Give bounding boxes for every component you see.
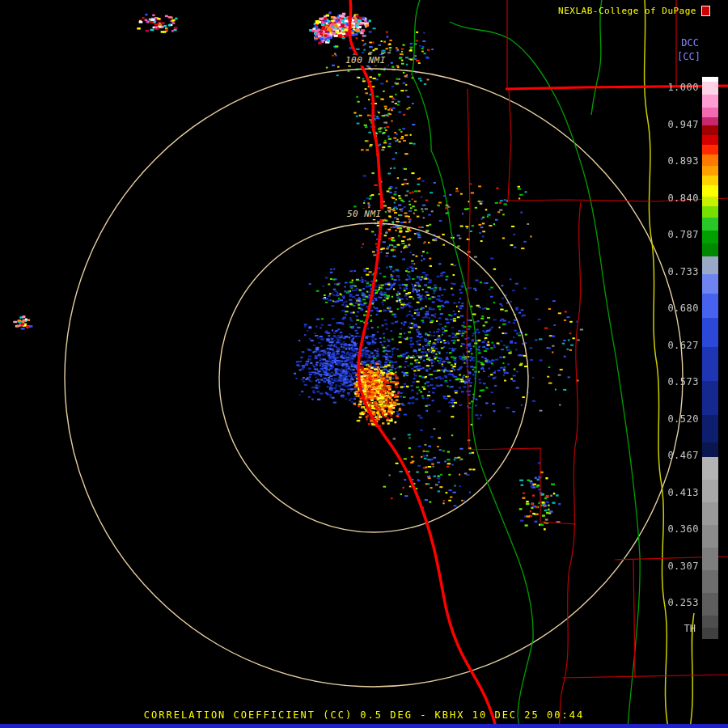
- colorbar-tick: 0.413: [667, 487, 699, 498]
- colorbar-segment: [702, 95, 718, 108]
- colorbar-segment: [702, 616, 718, 628]
- colorbar-segment: [702, 415, 718, 442]
- footer-strip: [0, 724, 728, 728]
- colorbar-segment: [702, 166, 718, 176]
- colorbar-segment: [702, 502, 718, 525]
- range-ring-50nmi: [219, 223, 528, 532]
- colorbar-segment: [702, 628, 718, 639]
- colorbar-segment: [702, 525, 718, 548]
- colorbar-tick: 0.893: [667, 155, 699, 167]
- colorbar-tick: 1.000: [667, 82, 699, 93]
- colorbar-segment: [702, 442, 718, 457]
- colorbar-segment: [702, 480, 718, 502]
- colorbar-segment: [702, 256, 718, 274]
- colorbar-segment: [702, 135, 718, 145]
- colorbar-segment: [702, 231, 718, 243]
- colorbar-tick: 0.307: [667, 561, 699, 572]
- colorbar-segment: [702, 206, 718, 218]
- range-ring-label-100: 100 NMI: [343, 55, 388, 66]
- colorbar-tick-labels: 1.0000.9470.8930.8400.7870.7330.6800.627…: [658, 0, 699, 728]
- river-line-east: [450, 22, 640, 728]
- colorbar-segment: [702, 593, 718, 616]
- river-line-branch: [591, 0, 602, 115]
- colorbar-threshold-label: TH: [684, 623, 696, 634]
- colorbar-tick: 0.520: [667, 413, 699, 425]
- river-line-main: [412, 0, 533, 728]
- colorbar-segment: [702, 145, 718, 154]
- colorbar-tick: 0.573: [667, 376, 699, 387]
- colorbar-segment: [702, 243, 718, 256]
- colorbar-segment: [702, 318, 718, 347]
- map-overlay: [0, 0, 728, 728]
- colorbar-tick: 0.680: [667, 303, 699, 314]
- colorbar: [702, 77, 718, 639]
- colorbar-segment: [702, 125, 718, 135]
- colorbar-segment: [702, 548, 718, 570]
- colorbar-segment: [702, 347, 718, 381]
- colorbar-segment: [702, 185, 718, 197]
- colorbar-tick: 0.787: [667, 229, 699, 240]
- radar-display: 100 NMI 50 NMI NEXLAB-College of DuPage …: [0, 0, 728, 728]
- colorbar-segment: [702, 176, 718, 185]
- colorbar-tick: 0.947: [667, 119, 699, 130]
- colorbar-segment: [702, 274, 718, 294]
- colorbar-segment: [702, 154, 718, 166]
- colorbar-segment: [702, 82, 718, 95]
- highway-line-main: [349, 0, 496, 728]
- colorbar-segment: [702, 457, 718, 480]
- colorbar-tick: 0.627: [667, 340, 699, 351]
- colorbar-tick: 0.253: [667, 597, 699, 608]
- colorbar-segment: [702, 117, 718, 125]
- logo-mark-icon: [701, 6, 710, 16]
- colorbar-segment: [702, 218, 718, 231]
- product-caption: CORRELATION COEFFICIENT (CC) 0.5 DEG - K…: [0, 709, 728, 721]
- colorbar-tick: 0.360: [667, 523, 699, 535]
- colorbar-tick: 0.467: [667, 450, 699, 461]
- colorbar-segment: [702, 381, 718, 415]
- colorbar-segment: [702, 570, 718, 593]
- range-ring-100nmi: [65, 69, 683, 687]
- colorbar-tick: 0.733: [667, 266, 699, 277]
- colorbar-segment: [702, 108, 718, 117]
- colorbar-segment: [702, 197, 718, 206]
- colorbar-segment: [702, 294, 718, 318]
- colorbar-tick: 0.840: [667, 193, 699, 204]
- range-ring-label-50: 50 NMI: [345, 209, 384, 219]
